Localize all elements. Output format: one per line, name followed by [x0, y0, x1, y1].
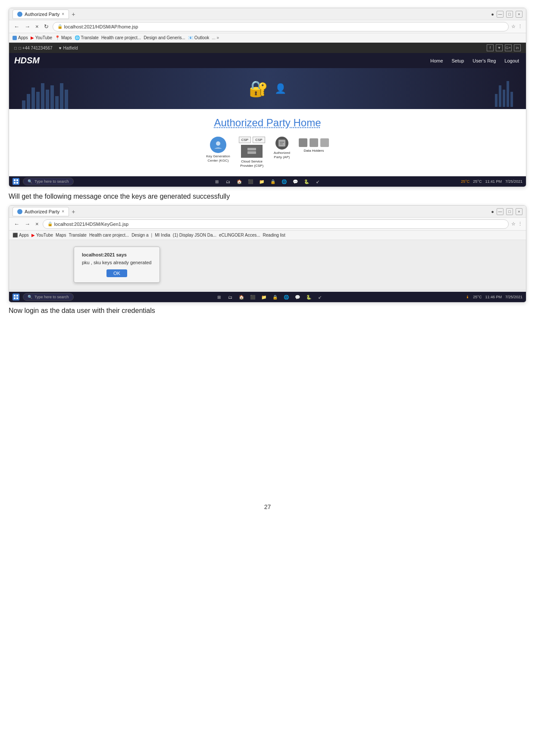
dialog-title: localhost:2021 says: [82, 252, 152, 257]
bm2-mi[interactable]: MI India: [155, 233, 170, 237]
dh-icon-3: [320, 138, 329, 147]
taskbar-btn2-2[interactable]: 🗂: [226, 293, 235, 301]
bookmark-label-health: Health care project...: [101, 35, 141, 40]
nav-close-1[interactable]: ×: [34, 23, 40, 30]
win-maximize-1[interactable]: □: [506, 11, 513, 18]
bm2-youtube-icon: ▶: [31, 233, 35, 237]
site-social-icons: f ▼ G+ in: [487, 44, 521, 51]
browser-tab-2[interactable]: Authorized Party ×: [13, 207, 69, 216]
taskbar-btn2-10[interactable]: ↙: [316, 293, 324, 301]
taskbar-btn-6[interactable]: 🔒: [269, 177, 277, 186]
nav-refresh-1[interactable]: ↻: [43, 23, 50, 30]
bookmark-label-design: Design and Generis...: [144, 35, 185, 40]
taskbar-btn-10[interactable]: ↙: [313, 177, 322, 186]
ap-home-heading: Authorized Party Home: [9, 117, 526, 129]
toolbar-icons-1: ☆ ⋮: [511, 24, 522, 29]
site-content-1: □ □ +44 741234567 ♥ Hatfield f ▼ G+ in H…: [9, 43, 526, 176]
taskbar-btn2-9[interactable]: 🐍: [304, 293, 313, 301]
taskbar-search-2[interactable]: 🔍 Type here to search: [23, 293, 74, 301]
tab-close-2[interactable]: ×: [62, 209, 64, 214]
page: Authorized Party × + ● — □ × ← → × ↻ 🔒 l…: [0, 0, 535, 756]
bm2-json[interactable]: (1) Display JSON Da...: [173, 233, 216, 237]
url-text-2: localhost:2021/HDSM/KeyGen1.jsp: [54, 222, 128, 227]
bookmark-health[interactable]: Health care project...: [101, 35, 141, 40]
star-icon-1[interactable]: ☆: [511, 24, 516, 29]
win-maximize-2[interactable]: □: [506, 208, 513, 215]
menu-logout[interactable]: Logout: [503, 57, 521, 64]
win-close-2[interactable]: ×: [516, 208, 522, 215]
taskbar-btn2-7[interactable]: 🌐: [282, 293, 291, 301]
nav-back-1[interactable]: ←: [13, 23, 21, 30]
win-close-1[interactable]: ×: [516, 11, 522, 18]
diagram-csp: CSP CSP Cloud ServiceProvider (CSP): [239, 137, 265, 168]
bookmark-translate[interactable]: 🌐 Translate: [75, 35, 99, 40]
win-btn-dot-2: ●: [491, 209, 494, 214]
address-bar-1[interactable]: 🔒 localhost:2021/HDSM/AP/home.jsp: [53, 22, 509, 31]
menu-home[interactable]: Home: [429, 57, 444, 64]
bookmark-outlook[interactable]: 📧 Outlook: [188, 35, 209, 40]
social-twitter[interactable]: ▼: [496, 44, 503, 51]
taskbar-btn-2[interactable]: 🗂: [224, 177, 232, 186]
bm2-apps[interactable]: ⬛ Apps: [13, 233, 29, 237]
bm2-maps[interactable]: Maps: [56, 233, 66, 237]
taskbar-btn2-3[interactable]: 🏠: [237, 293, 246, 301]
win-minimize-2[interactable]: —: [497, 208, 504, 215]
bookmark-youtube[interactable]: ▶ YouTube: [31, 35, 52, 40]
taskbar-btn2-8[interactable]: 💬: [293, 293, 302, 301]
bookmark-apps[interactable]: Apps: [13, 35, 28, 40]
more-icon-1[interactable]: ⋮: [518, 24, 522, 29]
tab-close-1[interactable]: ×: [62, 12, 64, 16]
bm2-apps-icon: ⬛: [13, 233, 18, 237]
taskbar-btn-4[interactable]: ⬛: [246, 177, 255, 186]
taskbar-btn2-4[interactable]: ⬛: [248, 293, 257, 301]
start-button-2[interactable]: [13, 294, 19, 300]
dialog-ok-button[interactable]: OK: [106, 269, 127, 277]
win-minimize-1[interactable]: —: [497, 11, 504, 18]
svg-rect-8: [14, 182, 16, 184]
address-bar-2[interactable]: 🔒 localhost:2021/HDSM/KeyGen1.jsp: [43, 219, 509, 229]
bm2-translate[interactable]: Translate: [69, 233, 87, 237]
social-linkedin[interactable]: in: [514, 44, 521, 51]
dialog-overlay: localhost:2021 says pku , sku keys alrea…: [9, 240, 526, 289]
menu-users-reg[interactable]: User's Reg: [471, 57, 497, 64]
tab-add-2[interactable]: +: [72, 208, 75, 215]
nav-back-2[interactable]: ←: [13, 221, 21, 227]
taskbar-search-1[interactable]: 🔍 Type here to search: [23, 178, 74, 185]
taskbar-btn-7[interactable]: 🌐: [280, 177, 288, 186]
taskbar-btn-5[interactable]: 📁: [257, 177, 266, 186]
social-facebook[interactable]: f: [487, 44, 494, 51]
browser-window-1: Authorized Party × + ● — □ × ← → × ↻ 🔒 l…: [9, 8, 526, 187]
bookmark-design[interactable]: Design and Generis...: [144, 35, 185, 40]
taskbar-btn-3[interactable]: 🏠: [235, 177, 244, 186]
bm2-health-label: Health care project...: [89, 233, 129, 237]
social-google[interactable]: G+: [505, 44, 512, 51]
taskbar-btn-9[interactable]: 🐍: [302, 177, 311, 186]
bar-1: [22, 100, 25, 109]
nav-reload-2[interactable]: ×: [34, 221, 40, 227]
bm2-reading[interactable]: Reading list: [263, 233, 285, 237]
star-icon-2[interactable]: ☆: [511, 221, 516, 227]
bm2-eclinger[interactable]: eCLINGOER Acces...: [219, 233, 260, 237]
taskbar-btn2-5[interactable]: 📁: [260, 293, 268, 301]
taskbar-btn2-1[interactable]: ⊞: [215, 293, 223, 301]
tab-add-1[interactable]: +: [72, 11, 75, 18]
taskbar-btn-8[interactable]: 💬: [291, 177, 300, 186]
rbar-3: [503, 90, 505, 107]
nav-forward-1[interactable]: →: [23, 23, 31, 30]
bm2-design[interactable]: Design a: [131, 233, 148, 237]
bm2-health[interactable]: Health care project...: [89, 233, 129, 237]
browser-tab-1[interactable]: Authorized Party ×: [13, 9, 69, 19]
nav-forward-2[interactable]: →: [23, 221, 31, 227]
more-icon-2[interactable]: ⋮: [518, 221, 522, 227]
bm2-youtube[interactable]: ▶ YouTube: [31, 233, 53, 237]
bookmarks-bar-1: Apps ▶ YouTube 📍 Maps 🌐 Translate Health…: [9, 33, 526, 43]
taskbar-btn2-6[interactable]: 🔒: [271, 293, 279, 301]
bm2-apps-label: Apps: [19, 233, 29, 237]
start-button-1[interactable]: [13, 178, 19, 185]
bookmark-maps[interactable]: 📍 Maps: [55, 35, 72, 40]
diagram-data-holders: Data Holders: [299, 137, 329, 153]
taskbar-btn-1[interactable]: ⊞: [213, 177, 221, 186]
bm2-json-label: (1) Display JSON Da...: [173, 233, 216, 237]
menu-setup[interactable]: Setup: [450, 57, 466, 64]
hero-person-icon: 👤: [275, 83, 286, 94]
